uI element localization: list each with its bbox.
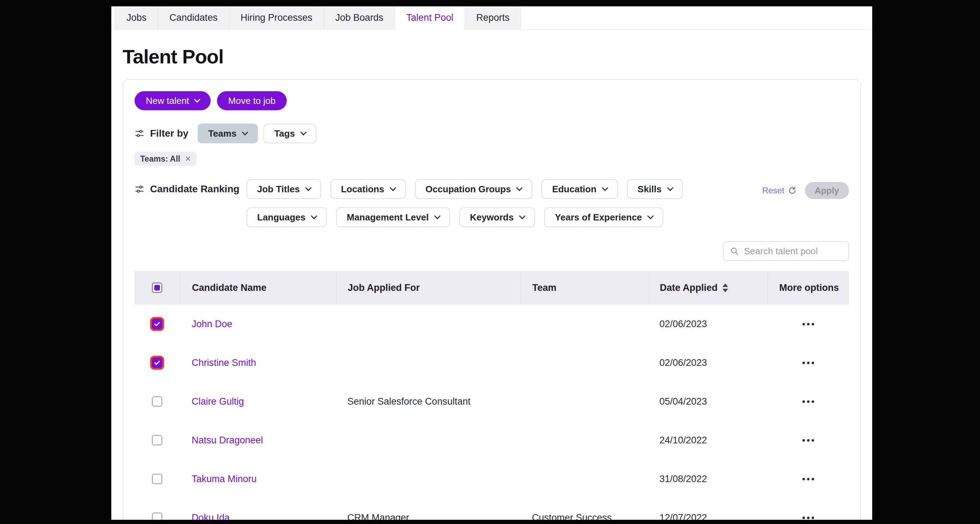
tab-reports[interactable]: Reports — [465, 6, 521, 29]
candidate-name-link[interactable]: John Doe — [192, 319, 232, 330]
chip-label: Tags — [274, 128, 295, 139]
tab-jobs[interactable]: Jobs — [115, 6, 158, 29]
candidate-name-link[interactable]: Claire Gultig — [192, 396, 244, 407]
candidate-name-link[interactable]: Doku Ida — [192, 512, 230, 520]
chevron-down-icon — [648, 213, 654, 219]
date-applied-cell: 02/06/2023 — [649, 357, 768, 368]
applied-filter-teams-all[interactable]: Teams: All × — [135, 152, 197, 166]
ranking-chip-languages[interactable]: Languages — [247, 207, 327, 227]
row-checkbox[interactable] — [152, 357, 162, 368]
header-more-options: More options — [768, 271, 849, 305]
date-applied-cell: 31/08/2022 — [649, 474, 768, 484]
chip-label: Locations — [341, 184, 384, 195]
table-body: John Doe 02/06/2023 Christine Smith 02/0… — [135, 305, 849, 520]
ranking-chip-years-of-experience[interactable]: Years of Experience — [544, 207, 663, 227]
date-applied-cell: 02/06/2023 — [649, 319, 768, 330]
job-applied-cell: CRM Manager — [336, 512, 521, 520]
header-team: Team — [521, 271, 649, 305]
select-all-checkbox[interactable] — [152, 283, 162, 293]
more-options-button[interactable] — [799, 474, 818, 484]
ranking-chips: Job Titles Locations Occupation Groups E… — [247, 179, 694, 227]
sliders-icon — [135, 184, 145, 194]
ranking-chip-keywords[interactable]: Keywords — [459, 207, 535, 227]
ranking-chip-education[interactable]: Education — [541, 179, 618, 199]
job-applied-cell: Senior Salesforce Consultant — [336, 396, 521, 407]
close-icon[interactable]: × — [185, 154, 191, 164]
chip-label: Education — [552, 184, 597, 195]
tab-label: Reports — [476, 12, 510, 23]
candidate-name-link[interactable]: Christine Smith — [192, 357, 256, 368]
chevron-down-icon — [305, 184, 312, 191]
button-label: Move to job — [228, 95, 275, 106]
chip-label: Skills — [638, 184, 662, 195]
tab-label: Jobs — [126, 12, 146, 23]
candidate-ranking-label-group: Candidate Ranking — [135, 179, 247, 195]
ranking-actions: Reset Apply — [762, 179, 849, 199]
chip-label: Teams — [208, 128, 236, 139]
app-window: Jobs Candidates Hiring Processes Job Boa… — [111, 6, 872, 520]
header-job-applied-for: Job Applied For — [336, 271, 521, 305]
search-input[interactable] — [744, 246, 842, 257]
page-title: Talent Pool — [123, 45, 861, 68]
search-row — [135, 241, 849, 261]
candidate-name-link[interactable]: Natsu Dragoneel — [192, 435, 263, 446]
table-row: Natsu Dragoneel 24/10/2022 — [135, 421, 849, 460]
filter-chip-tags[interactable]: Tags — [264, 124, 317, 143]
more-options-button[interactable] — [799, 397, 818, 406]
sliders-icon — [135, 129, 145, 138]
more-options-button[interactable] — [799, 513, 818, 520]
ranking-chip-locations[interactable]: Locations — [331, 179, 406, 199]
header-date-applied: Date Applied — [649, 271, 768, 305]
date-applied-cell: 05/04/2023 — [649, 396, 768, 407]
more-options-button[interactable] — [799, 319, 818, 329]
header-label: Date Applied — [660, 283, 718, 293]
filter-by-row: Filter by Teams Tags — [135, 124, 849, 143]
tab-job-boards[interactable]: Job Boards — [324, 6, 395, 29]
row-checkbox[interactable] — [152, 396, 162, 407]
row-checkbox[interactable] — [152, 319, 162, 329]
chip-label: Keywords — [470, 212, 514, 223]
ranking-chip-skills[interactable]: Skills — [627, 179, 683, 199]
page-content: Talent Pool New talent Move to job Filte… — [111, 45, 872, 520]
apply-button[interactable]: Apply — [805, 182, 849, 199]
tab-talent-pool[interactable]: Talent Pool — [395, 6, 465, 29]
tab-candidates[interactable]: Candidates — [158, 6, 229, 29]
reset-label: Reset — [762, 186, 784, 195]
new-talent-button[interactable]: New talent — [135, 91, 211, 110]
tab-label: Talent Pool — [406, 12, 453, 23]
table-row: Claire Gultig Senior Salesforce Consulta… — [135, 382, 849, 421]
more-options-button[interactable] — [799, 358, 818, 368]
button-label: New talent — [146, 95, 189, 106]
chevron-down-icon — [300, 129, 307, 135]
ranking-chip-management-level[interactable]: Management Level — [336, 207, 450, 227]
chip-label: Management Level — [347, 212, 429, 223]
search-icon — [730, 246, 739, 256]
row-checkbox[interactable] — [152, 435, 162, 445]
row-checkbox[interactable] — [152, 474, 162, 484]
candidate-name-link[interactable]: Takuma Minoru — [192, 474, 257, 484]
table-row: Christine Smith 02/06/2023 — [135, 343, 849, 382]
filter-chip-teams[interactable]: Teams — [197, 124, 258, 143]
tab-hiring-processes[interactable]: Hiring Processes — [229, 6, 324, 29]
candidate-ranking-label: Candidate Ranking — [150, 183, 240, 195]
filter-by-label: Filter by — [150, 128, 188, 139]
ranking-chip-job-titles[interactable]: Job Titles — [247, 179, 321, 199]
table-row: Doku Ida CRM Manager Customer Success 12… — [135, 498, 849, 520]
more-options-button[interactable] — [799, 436, 818, 445]
sort-arrows-icon[interactable] — [722, 283, 728, 292]
applied-filters-row: Teams: All × — [135, 152, 849, 166]
indeterminate-mark — [154, 285, 160, 291]
row-checkbox[interactable] — [152, 512, 162, 520]
chip-label: Job Titles — [257, 184, 300, 195]
search-talent-pool[interactable] — [723, 241, 849, 261]
move-to-job-button[interactable]: Move to job — [217, 91, 287, 110]
ranking-chip-occupation-groups[interactable]: Occupation Groups — [415, 179, 533, 199]
table-row: John Doe 02/06/2023 — [135, 305, 849, 343]
reset-button[interactable]: Reset — [762, 186, 797, 195]
main-nav-tabs: Jobs Candidates Hiring Processes Job Boa… — [111, 6, 872, 30]
chevron-down-icon — [519, 213, 525, 219]
chevron-down-icon — [667, 184, 673, 191]
team-cell: Customer Success — [521, 512, 649, 520]
toolbar: New talent Move to job — [135, 91, 849, 110]
chip-label: Occupation Groups — [426, 184, 511, 195]
